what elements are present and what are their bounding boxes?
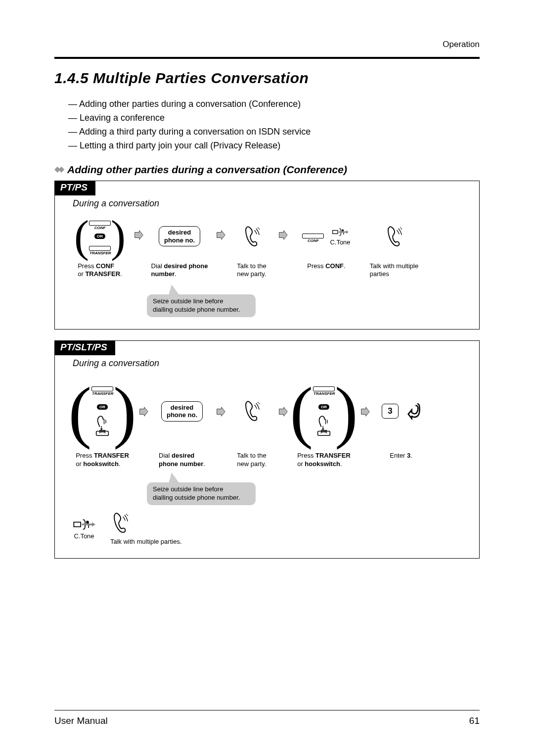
- step-caption: Press CONF or TRANSFER.: [78, 262, 122, 279]
- procedure-tab: PT/PS: [54, 181, 95, 195]
- handset-icon: [242, 399, 262, 423]
- bullet-list: — Adding other parties during a conversa…: [68, 97, 480, 153]
- handset-icon: [384, 225, 404, 248]
- page-footer: User Manual 61: [54, 710, 480, 726]
- diamond-icon: ◆◆: [54, 164, 62, 174]
- context-label: During a conversation: [73, 358, 469, 369]
- footer-rule: [54, 710, 480, 710]
- phone-number-box: desired phone no.: [159, 226, 200, 246]
- arrow-icon: [215, 230, 226, 240]
- conf-key-icon: CONF: [302, 234, 324, 238]
- procedure-tab: PT/SLT/PS: [54, 340, 115, 355]
- bullet-item: — Adding other parties during a conversa…: [68, 97, 480, 111]
- arrow-icon: [277, 406, 288, 417]
- arrow-icon: [138, 406, 149, 417]
- paren-left-icon: (: [68, 392, 91, 430]
- transfer-key-icon: TRANSFER: [89, 246, 111, 251]
- step-caption: Dial desired phone number.: [159, 452, 205, 469]
- step-caption: Press CONF.: [307, 262, 345, 271]
- callout-note: Seize outside line before dialling outsi…: [147, 294, 256, 317]
- paren-right-icon: ): [113, 392, 136, 430]
- hookswitch-icon: [315, 415, 333, 436]
- paren-right-icon: ): [111, 223, 126, 250]
- callout-note: Seize outside line before dialling outsi…: [147, 482, 256, 505]
- hookswitch-icon: [93, 415, 111, 436]
- header-section: Operation: [54, 40, 480, 49]
- step-caption: Talk with multiple parties.: [110, 538, 182, 546]
- ctone-label: C.Tone: [330, 238, 350, 246]
- conf-key-icon: CONF: [89, 221, 111, 226]
- step-caption: Press TRANSFER or hookswitch.: [297, 452, 351, 469]
- procedure-box-ptps: PT/PS During a conversation ( CONF OR TR…: [54, 181, 480, 330]
- paren-left-icon: (: [290, 392, 313, 430]
- step-caption: Enter 3.: [390, 452, 412, 460]
- context-label: During a conversation: [73, 198, 469, 209]
- handset-icon: [242, 225, 262, 248]
- arrow-icon: [277, 230, 288, 240]
- header-rule: [54, 57, 480, 59]
- or-pill: OR: [94, 234, 105, 239]
- paren-right-icon: ): [335, 392, 358, 430]
- bullet-item: — Leaving a conference: [68, 111, 480, 125]
- arrow-icon: [133, 230, 144, 240]
- transfer-key-icon: TRANSFER: [91, 386, 113, 391]
- page-number: 61: [469, 715, 480, 726]
- return-arrow-icon: [407, 401, 420, 421]
- bullet-item: — Adding a third party during a conversa…: [68, 125, 480, 139]
- footer-left: User Manual: [54, 715, 108, 726]
- bullet-item: — Letting a third party join your call (…: [68, 139, 480, 153]
- ctone-icon: [73, 518, 95, 531]
- arrow-icon: [215, 406, 226, 417]
- or-pill: OR: [97, 404, 108, 410]
- sub-heading: Adding other parties during a conversati…: [67, 164, 347, 176]
- step-caption: Dial desired phone number.: [151, 262, 208, 279]
- transfer-key-icon: TRANSFER: [313, 386, 335, 391]
- phone-number-box: desired phone no.: [161, 401, 203, 422]
- step-caption: Talk with multiple parties: [370, 262, 418, 279]
- step-caption: Press TRANSFER or hookswitch.: [76, 452, 129, 469]
- handset-icon: [110, 511, 130, 535]
- arrow-icon: [359, 406, 370, 417]
- ctone-label: C.Tone: [74, 532, 94, 540]
- paren-left-icon: (: [74, 223, 89, 250]
- digit-key: 3: [382, 404, 399, 419]
- step-caption: Talk to the new party.: [237, 262, 266, 279]
- procedure-box-ptsltps: PT/SLT/PS During a conversation ( TRANSF…: [54, 340, 480, 558]
- step-caption: Talk to the new party.: [237, 452, 266, 469]
- or-pill: OR: [318, 404, 329, 410]
- ctone-icon: [332, 227, 349, 237]
- section-title: 1.4.5 Multiple Parties Conversation: [54, 70, 480, 87]
